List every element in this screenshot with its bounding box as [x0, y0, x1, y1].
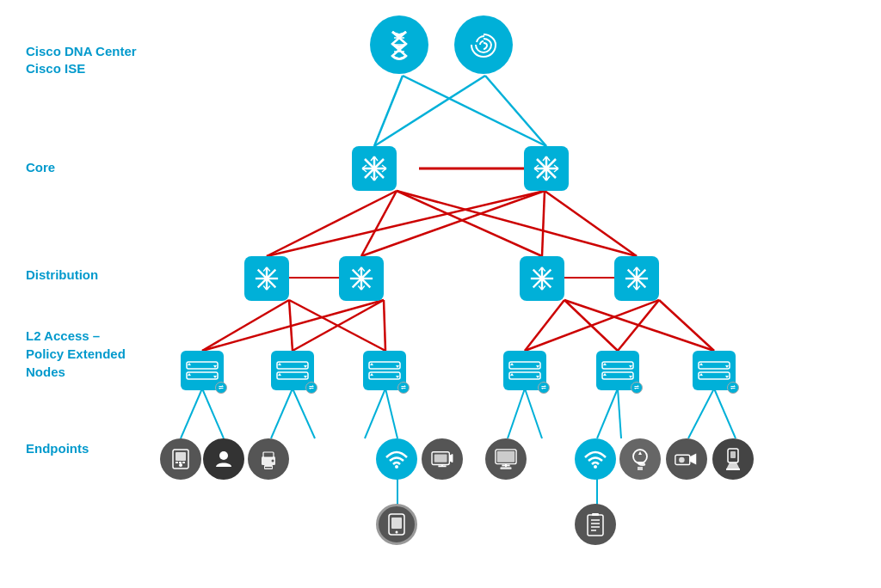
core-node-right: [524, 146, 569, 191]
l2-switch-5: ⇌: [596, 351, 639, 390]
endpoint-printer: [248, 438, 289, 480]
endpoint-scanner: [712, 438, 754, 480]
endpoint-user: [203, 438, 244, 480]
svg-rect-171: [588, 515, 603, 536]
svg-rect-157: [497, 451, 514, 462]
svg-rect-146: [265, 467, 272, 469]
core-node-left: [352, 146, 397, 191]
svg-rect-137: [176, 452, 186, 461]
svg-line-29: [271, 389, 293, 438]
svg-rect-118: [509, 362, 540, 369]
label-cisco-dna: Cisco DNA Center Cisco ISE: [26, 43, 137, 77]
svg-line-5: [267, 191, 397, 256]
svg-line-22: [564, 300, 618, 351]
l2-switch-6: ⇌: [693, 351, 736, 390]
svg-rect-139: [176, 462, 178, 463]
svg-line-37: [618, 389, 621, 438]
endpoint-conference: [422, 438, 463, 480]
svg-line-21: [525, 300, 564, 351]
svg-line-31: [365, 389, 385, 438]
label-distribution: Distribution: [26, 266, 98, 284]
svg-line-19: [293, 300, 384, 351]
l2-switch-2: ⇌: [271, 351, 314, 390]
svg-line-15: [202, 300, 289, 351]
l2-switch-1: ⇌: [181, 351, 224, 390]
l2-switch-3: ⇌: [363, 351, 406, 390]
svg-line-40: [714, 389, 736, 438]
svg-point-161: [594, 465, 597, 469]
svg-rect-150: [434, 454, 447, 462]
endpoint-iot-bulb: [619, 438, 661, 480]
svg-line-28: [202, 389, 224, 438]
svg-rect-130: [699, 362, 730, 369]
svg-rect-160: [501, 467, 512, 469]
svg-point-142: [219, 451, 228, 460]
svg-line-2: [374, 76, 485, 146]
label-core: Core: [26, 159, 55, 176]
svg-point-138: [179, 463, 182, 467]
svg-rect-154: [391, 518, 402, 529]
svg-rect-119: [509, 372, 540, 379]
dist-node-4: [614, 256, 659, 301]
svg-line-6: [361, 191, 397, 256]
svg-line-36: [597, 389, 618, 438]
svg-line-10: [361, 191, 545, 256]
svg-rect-112: [369, 362, 400, 369]
svg-rect-144: [263, 452, 274, 457]
svg-rect-107: [277, 372, 308, 379]
svg-line-32: [385, 389, 397, 438]
svg-line-16: [289, 300, 293, 351]
svg-rect-100: [187, 362, 218, 369]
connection-lines: [0, 0, 881, 588]
svg-line-30: [293, 389, 315, 438]
svg-rect-169: [730, 451, 736, 458]
svg-line-17: [289, 300, 385, 351]
svg-point-155: [396, 531, 398, 534]
svg-rect-101: [187, 372, 218, 379]
svg-line-11: [542, 191, 545, 256]
dist-node-3: [520, 256, 564, 301]
endpoint-camera: [666, 438, 707, 480]
l2-switch-4: ⇌: [503, 351, 546, 390]
svg-rect-172: [592, 513, 599, 516]
svg-line-1: [403, 76, 546, 146]
endpoint-wifi-left: [376, 438, 417, 480]
svg-line-26: [659, 300, 714, 351]
svg-line-8: [397, 191, 637, 256]
svg-rect-113: [369, 372, 400, 379]
svg-rect-131: [699, 372, 730, 379]
svg-line-0: [374, 76, 403, 146]
endpoint-mobile: [376, 504, 417, 545]
dna-icon: [370, 15, 428, 74]
svg-line-25: [618, 300, 659, 351]
svg-marker-166: [690, 453, 697, 464]
svg-line-12: [545, 191, 637, 256]
svg-line-18: [202, 300, 384, 351]
svg-line-35: [525, 389, 542, 438]
svg-line-24: [525, 300, 659, 351]
svg-line-23: [564, 300, 714, 351]
svg-point-167: [679, 457, 685, 463]
dist-node-2: [339, 256, 384, 301]
fingerprint-icon: [454, 15, 513, 74]
svg-line-7: [397, 191, 542, 256]
svg-rect-140: [179, 462, 182, 463]
endpoint-server-battery: [575, 504, 616, 545]
svg-rect-125: [602, 372, 633, 379]
svg-rect-124: [602, 362, 633, 369]
endpoint-phone: [160, 438, 201, 480]
svg-line-39: [688, 389, 714, 438]
label-l2-access: L2 Access – Policy Extended Nodes: [26, 327, 126, 381]
endpoint-wifi-right: [575, 438, 616, 480]
svg-line-34: [508, 389, 525, 438]
svg-line-3: [485, 76, 546, 146]
svg-line-9: [267, 191, 545, 256]
svg-rect-106: [277, 362, 308, 369]
svg-line-27: [181, 389, 202, 438]
network-diagram: Cisco DNA Center Cisco ISE Core Distribu…: [0, 0, 881, 588]
svg-point-147: [272, 460, 274, 462]
dist-node-1: [244, 256, 289, 301]
svg-line-20: [384, 300, 385, 351]
svg-rect-141: [182, 462, 185, 463]
svg-point-148: [395, 465, 398, 469]
